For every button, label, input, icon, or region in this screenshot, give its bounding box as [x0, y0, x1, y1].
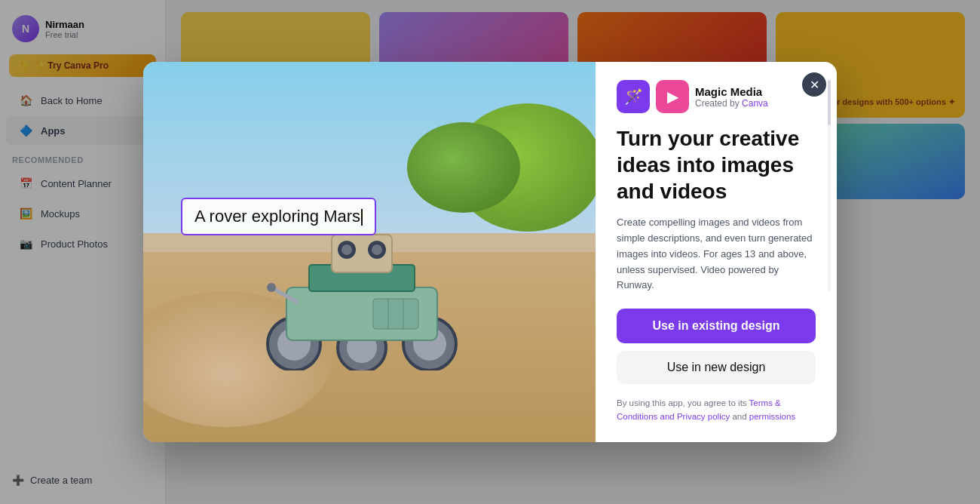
modal-backdrop: ✕ [0, 0, 980, 504]
app-created-by: Created by Canva [695, 98, 768, 109]
svg-point-16 [267, 283, 276, 292]
app-icon-magic: 🪄 [617, 80, 650, 113]
svg-rect-17 [373, 299, 418, 329]
modal-image-panel: A rover exploring Mars [143, 62, 596, 442]
rover-scene: A rover exploring Mars [143, 62, 596, 442]
app-icon-video: ▶ [656, 80, 689, 113]
use-new-design-button[interactable]: Use in new design [617, 351, 816, 384]
app-name-block: Magic Media Created by Canva [695, 85, 768, 109]
green-hill-2 [407, 122, 520, 213]
scrollbar-thumb [828, 80, 831, 125]
svg-point-11 [341, 244, 352, 255]
close-icon: ✕ [810, 78, 819, 92]
use-existing-design-button[interactable]: Use in existing design [617, 309, 816, 343]
rover-svg [264, 212, 460, 370]
app-name: Magic Media [695, 85, 768, 98]
arrow-svg [825, 352, 837, 394]
video-icon: ▶ [667, 88, 678, 106]
modal-prompt-input[interactable]: A rover exploring Mars [181, 198, 376, 235]
permissions-link[interactable]: permissions [749, 412, 795, 421]
cursor-blink [361, 209, 363, 226]
modal-info-panel: 🪄 ▶ Magic Media Created by Canva Turn yo… [596, 62, 837, 442]
modal-title: Turn your creative ideas into images and… [617, 125, 816, 204]
arrow-indicator [825, 352, 837, 397]
scrollbar[interactable] [828, 80, 831, 291]
terms-text: By using this app, you agree to its Term… [617, 396, 816, 424]
modal-description: Create compelling images and videos from… [617, 215, 816, 293]
modal-dialog: ✕ [143, 62, 837, 442]
magic-wand-icon: 🪄 [624, 88, 643, 106]
close-button[interactable]: ✕ [802, 72, 826, 97]
app-icons-row: 🪄 ▶ Magic Media Created by Canva [617, 80, 816, 113]
creator-link[interactable]: Canva [742, 98, 768, 109]
svg-point-12 [372, 244, 382, 255]
